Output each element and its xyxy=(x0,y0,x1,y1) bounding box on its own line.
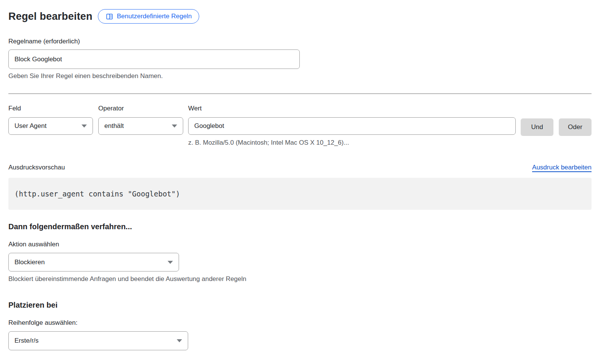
placement-section: Platzieren bei Reihenfolge auswählen: Er… xyxy=(8,301,592,350)
caret-down-icon xyxy=(172,125,177,128)
rule-name-label: Regelname (erforderlich) xyxy=(8,38,80,45)
book-open-icon xyxy=(106,13,114,21)
placement-order-select[interactable]: Erste/r/s xyxy=(8,331,188,350)
field-column: Feld User Agent xyxy=(8,105,93,135)
value-column: Wert z. B. Mozilla/5.0 (Macintosh; Intel… xyxy=(188,105,516,147)
operator-select[interactable]: enthält xyxy=(98,117,183,135)
custom-rules-badge-button[interactable]: Benutzerdefinierte Regeln xyxy=(98,9,200,24)
action-helper: Blockiert übereinstimmende Anfragen und … xyxy=(8,275,592,283)
field-select-value: User Agent xyxy=(14,122,46,130)
edit-rule-page: Regel bearbeiten Benutzerdefinierte Rege… xyxy=(0,0,598,350)
field-select[interactable]: User Agent xyxy=(8,117,93,135)
or-button[interactable]: Oder xyxy=(559,118,592,136)
placement-heading: Platzieren bei xyxy=(8,301,592,310)
caret-down-icon xyxy=(177,339,182,342)
condition-row: Feld User Agent Operator enthält Wert z.… xyxy=(8,105,592,147)
action-select-label: Aktion auswählen xyxy=(8,241,592,248)
expression-preview-header: Ausdrucksvorschau Ausdruck bearbeiten xyxy=(8,164,592,171)
rule-name-input[interactable] xyxy=(8,49,300,69)
operator-label: Operator xyxy=(98,105,183,112)
action-select[interactable]: Blockieren xyxy=(8,253,179,271)
custom-rules-badge-label: Benutzerdefinierte Regeln xyxy=(117,13,192,20)
rule-name-section: Regelname (erforderlich) Geben Sie Ihrer… xyxy=(8,38,592,80)
action-section: Dann folgendermaßen verfahren... Aktion … xyxy=(8,222,592,283)
operator-column: Operator enthält xyxy=(98,105,183,135)
page-header: Regel bearbeiten Benutzerdefinierte Rege… xyxy=(8,9,592,24)
field-label: Feld xyxy=(8,105,93,112)
page-title: Regel bearbeiten xyxy=(8,11,93,22)
expression-code: (http.user_agent contains "Googlebot") xyxy=(14,190,180,198)
placement-select-value: Erste/r/s xyxy=(14,337,38,345)
and-button[interactable]: Und xyxy=(521,118,553,136)
expression-code-block: (http.user_agent contains "Googlebot") xyxy=(8,178,592,210)
divider xyxy=(8,93,592,94)
operator-select-value: enthält xyxy=(104,122,124,130)
caret-down-icon xyxy=(82,125,87,128)
placement-select-label: Reihenfolge auswählen: xyxy=(8,319,592,327)
value-helper: z. B. Mozilla/5.0 (Macintosh; Intel Mac … xyxy=(188,139,516,147)
action-heading: Dann folgendermaßen verfahren... xyxy=(8,222,592,231)
caret-down-icon xyxy=(168,261,173,264)
expression-preview-label: Ausdrucksvorschau xyxy=(8,164,65,171)
value-label: Wert xyxy=(188,105,516,112)
rule-name-helper: Geben Sie Ihrer Regel einen beschreibend… xyxy=(8,72,592,80)
value-input[interactable] xyxy=(188,117,516,135)
conjunction-buttons: Und Oder xyxy=(521,118,592,136)
action-select-value: Blockieren xyxy=(14,259,45,266)
edit-expression-link[interactable]: Ausdruck bearbeiten xyxy=(532,164,592,171)
